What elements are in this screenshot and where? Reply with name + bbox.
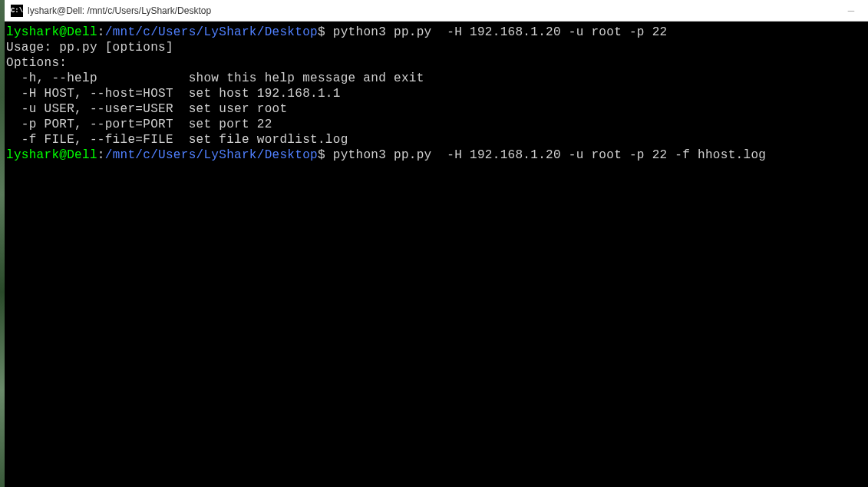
prompt-dollar: $ <box>318 148 325 162</box>
output-opt-file: -f FILE, --file=FILE set file wordlist.l… <box>6 132 866 147</box>
output-opt-user: -u USER, --user=USER set user root <box>6 101 866 117</box>
command-text: python3 pp.py -H 192.168.1.20 -u root -p… <box>325 148 766 162</box>
minimize-button[interactable]: — <box>847 6 856 15</box>
output-opt-help: -h, --help show this help message and ex… <box>6 71 866 86</box>
prompt-path: /mnt/c/Users/LyShark/Desktop <box>105 148 318 162</box>
prompt-sep: : <box>97 25 105 39</box>
window-titlebar[interactable]: C:\ lyshark@Dell: /mnt/c/Users/LyShark/D… <box>5 0 868 22</box>
window-title: lyshark@Dell: /mnt/c/Users/LyShark/Deskt… <box>28 5 847 16</box>
prompt-path: /mnt/c/Users/LyShark/Desktop <box>105 25 318 39</box>
output-usage: Usage: pp.py [options] <box>6 40 866 55</box>
terminal-body[interactable]: lyshark@Dell:/mnt/c/Users/LyShark/Deskto… <box>5 22 868 487</box>
terminal-icon: C:\ <box>11 5 23 17</box>
terminal-window: C:\ lyshark@Dell: /mnt/c/Users/LyShark/D… <box>5 0 868 487</box>
window-controls: — <box>847 6 862 15</box>
command-line-2: lyshark@Dell:/mnt/c/Users/LyShark/Deskto… <box>6 147 866 163</box>
prompt-user: lyshark@Dell <box>6 148 97 162</box>
prompt-dollar: $ <box>318 25 325 39</box>
prompt-user: lyshark@Dell <box>6 25 97 39</box>
output-opt-port: -p PORT, --port=PORT set port 22 <box>6 117 866 132</box>
command-line-1: lyshark@Dell:/mnt/c/Users/LyShark/Deskto… <box>6 25 866 40</box>
prompt-sep: : <box>97 148 105 162</box>
output-options-header: Options: <box>6 55 866 71</box>
output-opt-host: -H HOST, --host=HOST set host 192.168.1.… <box>6 86 866 101</box>
command-text: python3 pp.py -H 192.168.1.20 -u root -p… <box>325 25 668 39</box>
